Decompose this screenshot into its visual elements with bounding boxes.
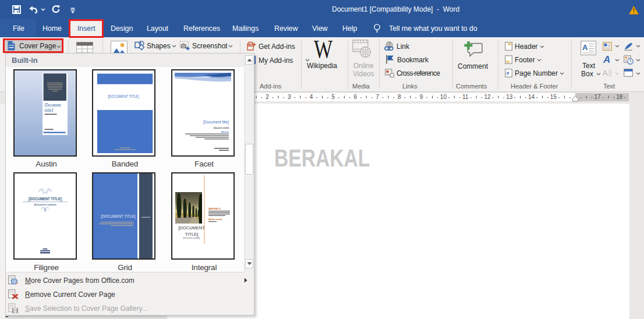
svg-text:10: 10 [440,94,447,100]
svg-text:18: 18 [616,94,623,100]
svg-text:[DOCUMENT TITLE]: [DOCUMENT TITLE] [108,94,139,99]
svg-text:A: A [603,69,608,77]
svg-text:12: 12 [484,94,491,100]
svg-text:15: 15 [550,94,557,100]
svg-text:A: A [582,43,588,52]
svg-text:[Document subtitle]: [Document subtitle] [214,126,229,129]
svg-text:7: 7 [376,94,379,100]
svg-text:5: 5 [332,94,335,100]
svg-text:[Author name]: [Author name] [208,218,222,221]
svg-text:2: 2 [266,94,269,100]
svg-text:[DOCUMENT: [DOCUMENT [178,225,205,231]
svg-text:14: 14 [528,94,535,100]
svg-text:[DOCUMENT TITLE]: [DOCUMENT TITLE] [29,197,62,201]
svg-text:TITLE]: TITLE] [185,232,199,237]
svg-text:13: 13 [506,94,513,100]
svg-text:Abstract: Abstract [221,131,229,133]
svg-text:[Document title]: [Document title] [203,119,229,125]
svg-text:8: 8 [398,94,401,100]
svg-text:17: 17 [594,94,601,100]
svg-text:#: # [507,70,509,76]
svg-text:[DOCUMENT TITLE]: [DOCUMENT TITLE] [101,214,136,219]
svg-text:title]: title] [45,108,54,113]
svg-text:4: 4 [310,94,313,100]
svg-text:6: 6 [353,94,357,100]
svg-text:[ABSTRACT]: [ABSTRACT] [208,208,221,210]
svg-text:3: 3 [288,94,291,100]
svg-text:11: 11 [462,94,469,100]
svg-text:[Document subtitle]: [Document subtitle] [183,237,200,239]
svg-text:9: 9 [420,94,423,100]
svg-text:[Document subtitle]: [Document subtitle] [34,203,56,206]
